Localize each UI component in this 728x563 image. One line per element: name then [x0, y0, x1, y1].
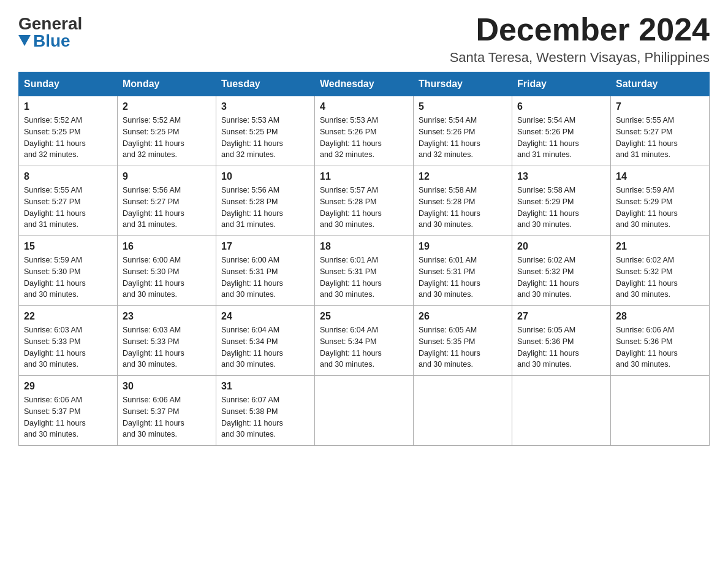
- day-info: Sunrise: 6:01 AMSunset: 5:31 PMDaylight:…: [320, 256, 382, 299]
- table-row: 25 Sunrise: 6:04 AMSunset: 5:34 PMDaylig…: [315, 306, 414, 376]
- col-wednesday: Wednesday: [315, 72, 414, 96]
- location-title: Santa Teresa, Western Visayas, Philippin…: [450, 50, 710, 66]
- day-number: 18: [320, 241, 408, 252]
- table-row: 7 Sunrise: 5:55 AMSunset: 5:27 PMDayligh…: [611, 96, 710, 166]
- calendar-week-row: 22 Sunrise: 6:03 AMSunset: 5:33 PMDaylig…: [19, 306, 710, 376]
- col-saturday: Saturday: [611, 72, 710, 96]
- day-number: 22: [24, 311, 112, 322]
- header: General Blue December 2024 Santa Teresa,…: [18, 12, 710, 66]
- table-row: 27 Sunrise: 6:05 AMSunset: 5:36 PMDaylig…: [512, 306, 611, 376]
- day-info: Sunrise: 6:03 AMSunset: 5:33 PMDaylight:…: [24, 326, 86, 369]
- day-info: Sunrise: 6:06 AMSunset: 5:37 PMDaylight:…: [123, 396, 184, 439]
- day-number: 14: [616, 171, 704, 182]
- table-row: 26 Sunrise: 6:05 AMSunset: 5:35 PMDaylig…: [414, 306, 512, 376]
- col-tuesday: Tuesday: [216, 72, 315, 96]
- day-number: 7: [616, 101, 704, 112]
- table-row: [512, 376, 611, 446]
- table-row: 12 Sunrise: 5:58 AMSunset: 5:28 PMDaylig…: [414, 166, 512, 236]
- day-number: 21: [616, 241, 704, 252]
- day-info: Sunrise: 5:59 AMSunset: 5:30 PMDaylight:…: [24, 256, 86, 299]
- month-title: December 2024: [450, 12, 710, 47]
- col-thursday: Thursday: [414, 72, 512, 96]
- calendar-week-row: 29 Sunrise: 6:06 AMSunset: 5:37 PMDaylig…: [19, 376, 710, 446]
- table-row: 6 Sunrise: 5:54 AMSunset: 5:26 PMDayligh…: [512, 96, 611, 166]
- day-info: Sunrise: 5:53 AMSunset: 5:25 PMDaylight:…: [221, 116, 283, 159]
- day-info: Sunrise: 5:53 AMSunset: 5:26 PMDaylight:…: [320, 116, 382, 159]
- table-row: 20 Sunrise: 6:02 AMSunset: 5:32 PMDaylig…: [512, 236, 611, 306]
- day-info: Sunrise: 6:05 AMSunset: 5:36 PMDaylight:…: [517, 326, 579, 369]
- logo-triangle-icon: [18, 35, 31, 46]
- day-number: 27: [517, 311, 605, 322]
- day-number: 29: [24, 381, 112, 392]
- col-monday: Monday: [118, 72, 216, 96]
- day-number: 30: [123, 381, 211, 392]
- day-info: Sunrise: 5:58 AMSunset: 5:29 PMDaylight:…: [517, 186, 579, 229]
- day-number: 17: [221, 241, 309, 252]
- table-row: 21 Sunrise: 6:02 AMSunset: 5:32 PMDaylig…: [611, 236, 710, 306]
- day-info: Sunrise: 5:58 AMSunset: 5:28 PMDaylight:…: [419, 186, 480, 229]
- table-row: 3 Sunrise: 5:53 AMSunset: 5:25 PMDayligh…: [216, 96, 315, 166]
- day-info: Sunrise: 5:55 AMSunset: 5:27 PMDaylight:…: [616, 116, 678, 159]
- calendar-week-row: 1 Sunrise: 5:52 AMSunset: 5:25 PMDayligh…: [19, 96, 710, 166]
- logo-general-text: General: [18, 15, 82, 33]
- day-number: 31: [221, 381, 309, 392]
- day-info: Sunrise: 5:52 AMSunset: 5:25 PMDaylight:…: [24, 116, 86, 159]
- col-friday: Friday: [512, 72, 611, 96]
- table-row: 9 Sunrise: 5:56 AMSunset: 5:27 PMDayligh…: [118, 166, 216, 236]
- col-sunday: Sunday: [19, 72, 118, 96]
- day-info: Sunrise: 6:01 AMSunset: 5:31 PMDaylight:…: [419, 256, 480, 299]
- table-row: 30 Sunrise: 6:06 AMSunset: 5:37 PMDaylig…: [118, 376, 216, 446]
- table-row: 1 Sunrise: 5:52 AMSunset: 5:25 PMDayligh…: [19, 96, 118, 166]
- day-info: Sunrise: 6:00 AMSunset: 5:31 PMDaylight:…: [221, 256, 283, 299]
- table-row: [315, 376, 414, 446]
- table-row: 16 Sunrise: 6:00 AMSunset: 5:30 PMDaylig…: [118, 236, 216, 306]
- table-row: 14 Sunrise: 5:59 AMSunset: 5:29 PMDaylig…: [611, 166, 710, 236]
- table-row: 17 Sunrise: 6:00 AMSunset: 5:31 PMDaylig…: [216, 236, 315, 306]
- table-row: 19 Sunrise: 6:01 AMSunset: 5:31 PMDaylig…: [414, 236, 512, 306]
- day-number: 12: [419, 171, 507, 182]
- day-info: Sunrise: 6:05 AMSunset: 5:35 PMDaylight:…: [419, 326, 480, 369]
- day-number: 6: [517, 101, 605, 112]
- day-info: Sunrise: 5:54 AMSunset: 5:26 PMDaylight:…: [517, 116, 579, 159]
- day-number: 24: [221, 311, 309, 322]
- table-row: 8 Sunrise: 5:55 AMSunset: 5:27 PMDayligh…: [19, 166, 118, 236]
- logo: General Blue: [18, 15, 82, 50]
- table-row: 4 Sunrise: 5:53 AMSunset: 5:26 PMDayligh…: [315, 96, 414, 166]
- day-info: Sunrise: 6:02 AMSunset: 5:32 PMDaylight:…: [616, 256, 678, 299]
- calendar-week-row: 15 Sunrise: 5:59 AMSunset: 5:30 PMDaylig…: [19, 236, 710, 306]
- table-row: 10 Sunrise: 5:56 AMSunset: 5:28 PMDaylig…: [216, 166, 315, 236]
- day-info: Sunrise: 5:56 AMSunset: 5:28 PMDaylight:…: [221, 186, 283, 229]
- calendar-week-row: 8 Sunrise: 5:55 AMSunset: 5:27 PMDayligh…: [19, 166, 710, 236]
- table-row: 2 Sunrise: 5:52 AMSunset: 5:25 PMDayligh…: [118, 96, 216, 166]
- day-number: 4: [320, 101, 408, 112]
- day-number: 26: [419, 311, 507, 322]
- day-info: Sunrise: 5:56 AMSunset: 5:27 PMDaylight:…: [123, 186, 184, 229]
- table-row: 28 Sunrise: 6:06 AMSunset: 5:36 PMDaylig…: [611, 306, 710, 376]
- calendar-table: Sunday Monday Tuesday Wednesday Thursday…: [18, 72, 710, 446]
- day-info: Sunrise: 5:55 AMSunset: 5:27 PMDaylight:…: [24, 186, 86, 229]
- table-row: [414, 376, 512, 446]
- table-row: 22 Sunrise: 6:03 AMSunset: 5:33 PMDaylig…: [19, 306, 118, 376]
- day-info: Sunrise: 5:57 AMSunset: 5:28 PMDaylight:…: [320, 186, 382, 229]
- day-number: 25: [320, 311, 408, 322]
- calendar-header-row: Sunday Monday Tuesday Wednesday Thursday…: [19, 72, 710, 96]
- table-row: 5 Sunrise: 5:54 AMSunset: 5:26 PMDayligh…: [414, 96, 512, 166]
- day-number: 28: [616, 311, 704, 322]
- day-info: Sunrise: 5:54 AMSunset: 5:26 PMDaylight:…: [419, 116, 480, 159]
- day-number: 5: [419, 101, 507, 112]
- day-info: Sunrise: 5:52 AMSunset: 5:25 PMDaylight:…: [123, 116, 184, 159]
- day-number: 2: [123, 101, 211, 112]
- day-number: 20: [517, 241, 605, 252]
- table-row: 23 Sunrise: 6:03 AMSunset: 5:33 PMDaylig…: [118, 306, 216, 376]
- day-number: 16: [123, 241, 211, 252]
- day-info: Sunrise: 6:04 AMSunset: 5:34 PMDaylight:…: [221, 326, 283, 369]
- day-number: 23: [123, 311, 211, 322]
- table-row: 18 Sunrise: 6:01 AMSunset: 5:31 PMDaylig…: [315, 236, 414, 306]
- table-row: 13 Sunrise: 5:58 AMSunset: 5:29 PMDaylig…: [512, 166, 611, 236]
- table-row: 11 Sunrise: 5:57 AMSunset: 5:28 PMDaylig…: [315, 166, 414, 236]
- title-area: December 2024 Santa Teresa, Western Visa…: [450, 12, 710, 66]
- logo-blue-text: Blue: [18, 33, 70, 50]
- day-number: 8: [24, 171, 112, 182]
- day-number: 11: [320, 171, 408, 182]
- table-row: 31 Sunrise: 6:07 AMSunset: 5:38 PMDaylig…: [216, 376, 315, 446]
